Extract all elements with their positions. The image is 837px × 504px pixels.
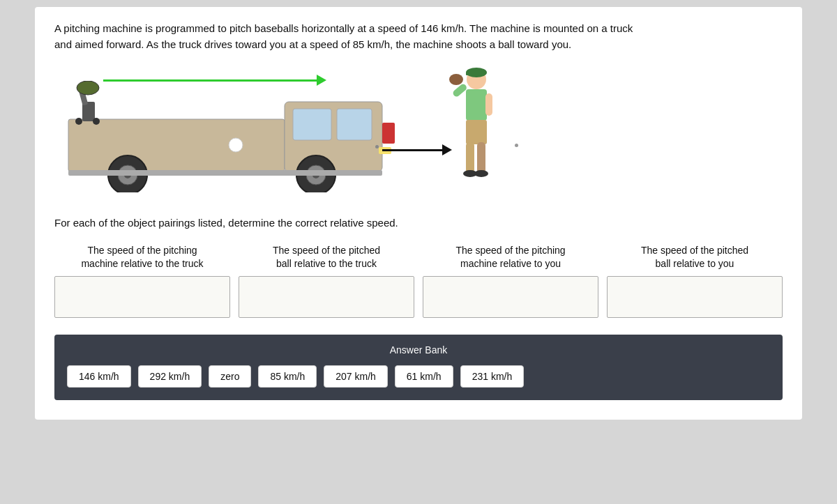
- svg-point-24: [449, 74, 463, 85]
- chip-chip2[interactable]: 292 km/h: [138, 365, 202, 388]
- chip-chip6[interactable]: 61 km/h: [395, 365, 453, 388]
- illustration-area: [54, 63, 783, 210]
- svg-point-18: [229, 138, 243, 152]
- drop-box-col3[interactable]: [423, 276, 598, 318]
- svg-rect-26: [466, 120, 487, 144]
- column-label-col1: The speed of the pitchingmachine relativ…: [81, 244, 203, 270]
- svg-point-15: [77, 81, 99, 95]
- svg-rect-10: [68, 170, 382, 176]
- small-dot: [375, 145, 379, 148]
- drop-box-col1[interactable]: [54, 276, 230, 318]
- svg-point-17: [93, 118, 100, 125]
- ball-arrow: [382, 149, 445, 151]
- chip-chip5[interactable]: 207 km/h: [324, 365, 388, 388]
- chip-chip7[interactable]: 231 km/h: [460, 365, 525, 388]
- svg-point-16: [75, 118, 82, 125]
- column-label-col3: The speed of the pitchingmachine relativ…: [455, 244, 565, 270]
- svg-rect-3: [337, 109, 372, 140]
- columns-area: The speed of the pitchingmachine relativ…: [54, 244, 783, 318]
- svg-rect-2: [293, 109, 331, 140]
- svg-point-30: [474, 170, 488, 177]
- person-section: [445, 67, 515, 206]
- chip-chip3[interactable]: zero: [209, 365, 251, 388]
- answer-bank-title: Answer Bank: [67, 344, 770, 356]
- answer-bank-section: Answer Bank 146 km/h292 km/hzero85 km/h2…: [54, 335, 783, 400]
- column-label-col2: The speed of the pitchedball relative to…: [273, 244, 380, 270]
- column-col3: The speed of the pitchingmachine relativ…: [423, 244, 598, 318]
- svg-rect-25: [485, 93, 492, 116]
- instruction-text: For each of the object pairings listed, …: [54, 217, 783, 229]
- chip-chip1[interactable]: 146 km/h: [67, 365, 131, 388]
- page-container: A pitching machine is programmed to pitc…: [35, 7, 802, 420]
- svg-rect-11: [382, 123, 395, 144]
- svg-rect-0: [68, 119, 285, 171]
- column-col2: The speed of the pitchedball relative to…: [239, 244, 414, 318]
- svg-rect-27: [466, 142, 474, 174]
- problem-text-line1: A pitching machine is programmed to pitc…: [54, 21, 783, 52]
- column-col1: The speed of the pitchingmachine relativ…: [54, 244, 230, 318]
- truck-section: [54, 67, 417, 206]
- svg-rect-21: [466, 72, 469, 75]
- column-col4: The speed of the pitchedball relative to…: [607, 244, 783, 318]
- column-label-col4: The speed of the pitchedball relative to…: [641, 244, 748, 270]
- answer-chips: 146 km/h292 km/hzero85 km/h207 km/h61 km…: [67, 365, 770, 388]
- truck-svg: [61, 81, 403, 192]
- decoration-dot: [515, 144, 518, 147]
- svg-rect-22: [466, 89, 487, 121]
- drop-box-col4[interactable]: [607, 276, 783, 318]
- chip-chip4[interactable]: 85 km/h: [258, 365, 317, 388]
- svg-rect-28: [477, 142, 485, 174]
- person-svg: [445, 67, 501, 199]
- svg-point-20: [466, 68, 487, 77]
- svg-rect-23: [452, 83, 468, 98]
- drop-box-col2[interactable]: [239, 276, 414, 318]
